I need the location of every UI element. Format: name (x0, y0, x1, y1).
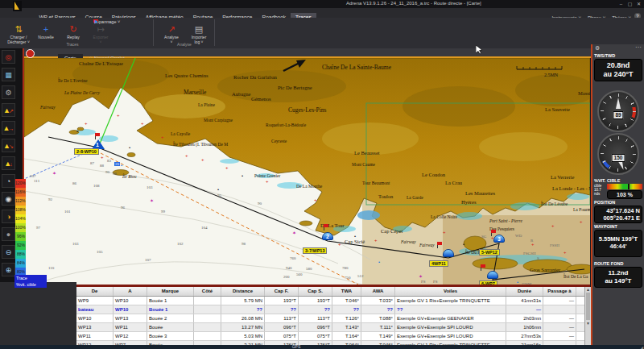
waypoint-label[interactable]: 4WP11 (429, 260, 448, 267)
route-arrows-icon[interactable]: ▲↓ (2, 156, 15, 170)
table-header-cell[interactable]: Passage à (543, 287, 576, 296)
table-row[interactable]: WP13WP11Bouée13.27 MN096°T096°TT.143°T.1… (76, 323, 584, 332)
depth-number: 83 (107, 159, 111, 163)
chart-icon[interactable]: ▦ (2, 68, 15, 81)
table-row[interactable]: WP10WP13Bouée 226.08 MN113°T113°TT.126°T… (76, 314, 584, 323)
table-cell: 096°T (265, 323, 299, 331)
chart-symbol: ✶ (419, 274, 423, 279)
table-header-cell[interactable]: TWA (332, 287, 361, 296)
table-cell: T.046° (332, 297, 361, 305)
chart-label: La Verrerie (551, 174, 574, 180)
zoom-out-icon[interactable]: ⊖ (2, 245, 15, 259)
waypoint-label[interactable]: 5-WP12 (479, 249, 500, 256)
table-scrollbar[interactable]: ▲▼ (584, 287, 591, 345)
table-cell (543, 305, 576, 314)
chart-symbol: + (201, 157, 204, 162)
waypoint-marker[interactable] (487, 271, 498, 279)
menu-right-group: Instruments ˅Phase ˅Thème ˅? (548, 8, 641, 18)
legs-table[interactable]: DeAMarqueCôtéDistanceCap F.Cap S.TWAAWAV… (76, 287, 584, 345)
table-cell: Bouée 3 (147, 332, 194, 340)
depth-number: 780 (342, 266, 349, 270)
percent-target-value: 103 % (607, 190, 642, 199)
waypoint-label[interactable]: 3-7/WP13 (303, 247, 327, 254)
chart-symbol: + (580, 219, 583, 224)
table-cell: 096°T (299, 323, 332, 331)
chart-symbol: • (517, 280, 518, 285)
ribbon-toolbar: ⚑ Dépannage ˅ ⇅Charger /Décharger ˅+Nouv… (0, 18, 644, 49)
chart-label: Le Beausset (354, 150, 380, 156)
chart-symbol: • (76, 129, 78, 134)
table-header-cell[interactable]: Cap F. (265, 287, 299, 296)
chart-label: Hyères (461, 199, 476, 205)
table-cell: — (543, 323, 576, 331)
table-cell: T.164° (332, 332, 361, 340)
table-cell: 5.79 MN (221, 297, 265, 305)
chart-symbol: + (185, 153, 188, 158)
minimize-button[interactable]: – (617, 1, 625, 7)
gear-icon[interactable]: ⚙ (595, 45, 600, 52)
window-title: Adrena V13.9.1.26 - 24_11_2016_a.trc - R… (346, 1, 481, 6)
instruments-panel: ⚙ ··· TWS/TWD 20.8ndau 240°T 89 150 %VIT… (591, 44, 644, 345)
table-header-cell[interactable]: Durée (506, 287, 543, 296)
chart-label: FSSH (550, 243, 559, 247)
lifebuoy-icon[interactable]: ◎ (2, 50, 15, 64)
chart-label: La Cayolle (171, 131, 190, 136)
chart-label: Pointe Grenier (254, 173, 280, 178)
table-header-cell[interactable]: De (76, 287, 114, 296)
circle-route-icon[interactable]: ◔ (2, 174, 15, 188)
resize-grip[interactable]: ◢ (640, 345, 643, 349)
waypoint-marker[interactable]: 2 (322, 232, 333, 240)
panel-menu-icon[interactable]: ··· (635, 44, 642, 51)
waypoint-label[interactable]: 6-WP7 (479, 280, 497, 285)
depth-number: 95 (217, 193, 221, 197)
table-cell: 13.27 MN (221, 323, 265, 331)
circle-compass-icon[interactable]: ◑ (2, 210, 15, 223)
route-edit-icon[interactable]: ▲↗ (2, 103, 15, 117)
chart-label: La Garde (407, 195, 423, 200)
table-cell: Bouée 1 (147, 305, 194, 314)
table-header-cell[interactable]: AWA (361, 287, 395, 296)
trace-mode-box[interactable]: Trace%vit. cible (14, 275, 47, 288)
chart-label: Ceyreste (271, 139, 287, 143)
chart-label: La Crau (445, 180, 462, 185)
engine-icon[interactable]: ⚙ (2, 85, 15, 99)
table-header-cell[interactable]: Marque (147, 287, 194, 296)
table-cell: — (543, 332, 576, 340)
table-cell (194, 323, 221, 331)
scale-band: 116% (15, 188, 26, 197)
scale-text-svg: 2.5MN (544, 73, 559, 77)
waypoint-marker[interactable] (443, 249, 454, 257)
analyse-icon: ↗ (159, 24, 184, 35)
table-header-cell[interactable]: Côté (194, 287, 221, 296)
table-row[interactable]: bateauWP10Bouée 1????????????— (76, 305, 584, 314)
nouvelle-button[interactable]: +Nouvelle (34, 24, 58, 39)
waypoint-marker[interactable]: 3 (493, 235, 505, 243)
pan-icon[interactable]: ● (2, 227, 15, 241)
waypoint-label[interactable]: 2-8-WP10 (74, 148, 99, 155)
maximize-button[interactable]: ▢ (626, 1, 634, 7)
buoy-flag-icon (95, 133, 100, 136)
depth-number: 92 (48, 197, 52, 202)
chart-label: Marseille (184, 89, 206, 96)
waypoint-label: WAYPOINT (592, 223, 644, 230)
table-row[interactable]: WP9WP10Bouée 15.79 MN193°T193°TT.046°T.0… (76, 297, 584, 305)
table-header-cell[interactable]: A (114, 287, 147, 296)
table-header-cell[interactable]: Cap S. (299, 287, 332, 296)
close-button[interactable]: ✕ (635, 1, 642, 7)
chart-symbol: • (129, 145, 130, 150)
table-row[interactable]: WP11WP12Bouée 35.03 MN075°T075°TT.164°T.… (76, 332, 584, 341)
table-header-cell[interactable]: Voiles (395, 287, 506, 296)
replay-icon: ↻ (61, 24, 85, 35)
table-cell: WP11 (76, 332, 114, 340)
route-marks-icon[interactable]: ▲→ (2, 121, 15, 135)
circle-buoys-icon[interactable]: ◉ (2, 192, 15, 206)
table-cell: 113°T (265, 314, 299, 322)
zoom-in-icon[interactable]: ⊕ (2, 263, 15, 276)
nautical-chart[interactable]: 2.5MN Chaîne De L'EstaqueÎle De L'Erevin… (24, 58, 590, 285)
depth-number: 20 (114, 162, 120, 166)
table-header-cell[interactable]: Distance (221, 287, 265, 296)
replay-button[interactable]: ↻Replay (61, 24, 85, 39)
scroll-down-icon: ▼ (585, 321, 591, 326)
route-buoys-icon[interactable]: ▲↘ (2, 139, 15, 152)
chart-label: Fairway (40, 105, 56, 110)
